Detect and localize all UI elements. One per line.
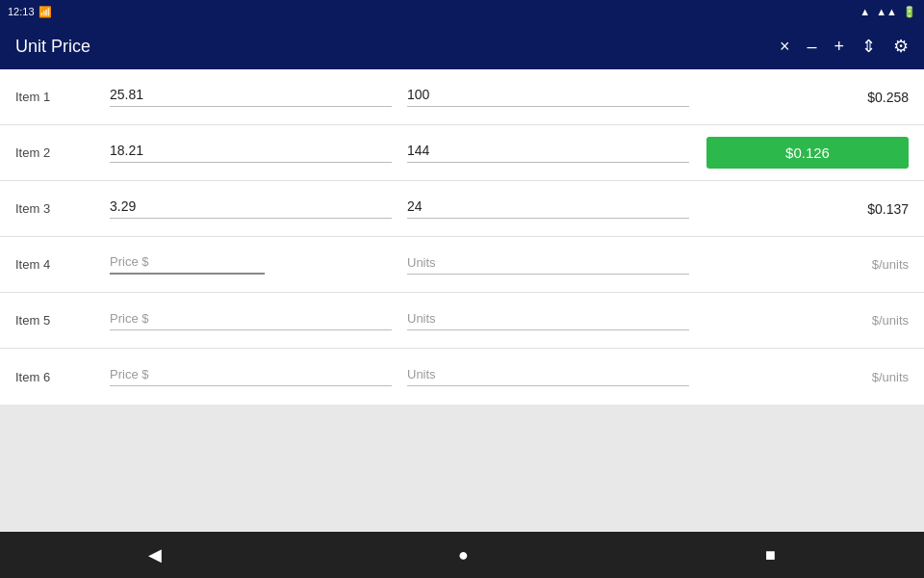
battery-icon: 🔋: [903, 6, 916, 18]
nav-bar: ◀ ● ■: [0, 532, 924, 578]
price-value: 18.21: [110, 143, 392, 160]
price-value: 3.29: [110, 198, 392, 216]
recent-button[interactable]: ■: [742, 538, 799, 573]
result-value: $0.137: [867, 201, 909, 217]
signal-icons: 📶: [38, 6, 52, 18]
price-underline: [110, 385, 392, 386]
table-row: Item 5Price $Units$/units: [0, 293, 924, 349]
table-row: Item 6Price $Units$/units: [0, 349, 924, 405]
page-title: Unit Price: [15, 37, 90, 57]
units-underline: [407, 385, 689, 386]
price-placeholder: Price $: [110, 311, 392, 328]
price-underline: [110, 329, 392, 330]
table-row: Item 33.2924$0.137: [0, 181, 924, 237]
units-value: 24: [407, 198, 689, 216]
price-value: 25.81: [110, 87, 392, 104]
units-placeholder: Units: [407, 311, 689, 328]
close-button[interactable]: ×: [780, 37, 790, 57]
price-cell[interactable]: Price $: [102, 254, 399, 275]
status-left: 12:13 📶: [8, 6, 52, 18]
back-button[interactable]: ◀: [125, 537, 185, 573]
price-cell[interactable]: 25.81: [102, 87, 399, 107]
units-cell[interactable]: Units: [399, 255, 697, 275]
price-cell[interactable]: Price $: [102, 311, 399, 330]
units-cell[interactable]: 100: [399, 87, 697, 107]
result-cell: $/units: [697, 313, 909, 328]
add-button[interactable]: +: [834, 37, 844, 57]
units-cell[interactable]: Units: [399, 311, 697, 330]
home-button[interactable]: ●: [435, 538, 492, 573]
result-value: $0.258: [867, 90, 909, 105]
result-cell: $/units: [697, 370, 909, 384]
result-placeholder: $/units: [872, 257, 909, 272]
result-cell: $0.126: [697, 137, 909, 169]
price-underline: [110, 162, 392, 163]
price-cell[interactable]: 18.21: [102, 143, 399, 163]
item-label: Item 3: [15, 201, 102, 216]
units-value: 144: [407, 143, 689, 160]
units-cell[interactable]: 24: [399, 198, 697, 219]
minimize-button[interactable]: –: [807, 37, 816, 57]
price-underline: [110, 273, 265, 275]
units-underline: [407, 162, 689, 163]
result-placeholder: $/units: [872, 370, 909, 384]
resize-button[interactable]: ⇕: [861, 36, 876, 57]
wifi-icon: ▲: [860, 6, 870, 17]
units-placeholder: Units: [407, 255, 689, 272]
price-cell[interactable]: Price $: [102, 367, 399, 386]
title-bar: Unit Price × – + ⇕ ⚙: [0, 23, 924, 69]
price-placeholder: Price $: [110, 367, 392, 383]
units-cell[interactable]: 144: [399, 143, 697, 163]
item-label: Item 2: [15, 145, 102, 160]
result-cell: $0.137: [697, 201, 909, 217]
item-label: Item 5: [15, 313, 102, 328]
status-bar: 12:13 📶 ▲ ▲▲ 🔋: [0, 0, 924, 23]
result-cell: $0.258: [697, 90, 909, 105]
table-container: Item 125.81100$0.258Item 218.21144$0.126…: [0, 69, 924, 405]
status-right: ▲ ▲▲ 🔋: [860, 6, 916, 18]
units-underline: [407, 218, 689, 219]
units-cell[interactable]: Units: [399, 367, 697, 386]
price-placeholder: Price $: [110, 254, 392, 271]
signal-icon: ▲▲: [876, 6, 897, 17]
price-underline: [110, 106, 392, 107]
table-row: Item 218.21144$0.126: [0, 125, 924, 181]
title-bar-actions: × – + ⇕ ⚙: [780, 36, 909, 57]
settings-button[interactable]: ⚙: [893, 36, 909, 57]
units-value: 100: [407, 87, 689, 104]
table-row: Item 125.81100$0.258: [0, 69, 924, 125]
price-cell[interactable]: 3.29: [102, 198, 399, 219]
price-underline: [110, 218, 392, 219]
item-label: Item 4: [15, 257, 102, 272]
table-row: Item 4Price $Units$/units: [0, 237, 924, 293]
result-placeholder: $/units: [872, 313, 909, 328]
result-highlighted: $0.126: [706, 137, 909, 169]
units-underline: [407, 106, 689, 107]
item-label: Item 1: [15, 90, 102, 104]
main-content: Item 125.81100$0.258Item 218.21144$0.126…: [0, 69, 924, 532]
status-time: 12:13: [8, 6, 35, 17]
units-underline: [407, 329, 689, 330]
result-cell: $/units: [697, 257, 909, 272]
units-underline: [407, 274, 689, 275]
item-label: Item 6: [15, 370, 102, 384]
units-placeholder: Units: [407, 367, 689, 383]
